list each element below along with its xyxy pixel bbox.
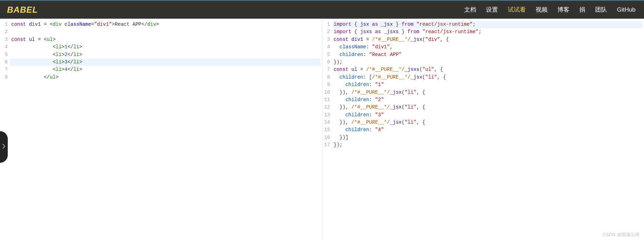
code-token: "React APP" <box>369 52 402 57</box>
code-token: ul <box>50 74 56 80</box>
code-token <box>334 44 340 50</box>
input-line[interactable]: const div1 = <div className="div1">React… <box>11 21 321 28</box>
code-token: li <box>73 67 79 72</box>
code-token: div1 <box>29 21 41 27</box>
input-line[interactable]: <li>4</li> <box>11 66 321 73</box>
code-token: ; <box>473 21 475 27</box>
code-token: { <box>437 67 443 72</box>
code-token: "li" <box>405 104 417 110</box>
code-token: })] <box>334 135 348 140</box>
output-line[interactable]: const ul = /*#__PURE__*/_jsxs("ul", { <box>334 66 643 73</box>
code-token <box>419 29 422 35</box>
code-token: import <box>334 29 351 35</box>
input-line[interactable]: <li>1</li> <box>11 43 321 51</box>
code-token: "react/jsx-runtime" <box>422 29 479 35</box>
code-token: /*#__PURE__*/ <box>372 37 410 42</box>
nav-link-7[interactable]: GitHub <box>617 7 636 13</box>
output-line[interactable]: const div1 = /*#__PURE__*/_jsx("div", { <box>334 36 643 43</box>
output-lineno: 9 <box>322 81 332 88</box>
input-editor[interactable]: 12345678 const div1 = <div className="di… <box>0 19 322 240</box>
output-editor[interactable]: 1234567891011121314151617 import { jsx a… <box>322 19 644 240</box>
input-lineno: 4 <box>0 43 10 51</box>
code-token <box>11 59 53 65</box>
code-token: from <box>402 21 413 27</box>
nav-link-2[interactable]: 试试看 <box>508 7 526 13</box>
output-line[interactable]: }), /*#__PURE__*/_jsx("li", { <box>334 89 643 96</box>
output-lineno: 7 <box>322 66 332 73</box>
output-line[interactable]: children: "2" <box>334 96 643 104</box>
input-line[interactable]: <li>3</li> <box>10 59 321 66</box>
code-token <box>372 82 375 87</box>
output-lineno: 6 <box>322 59 332 66</box>
nav-link-6[interactable]: 团队 <box>595 7 607 13</box>
code-token: const <box>334 37 348 42</box>
code-token: > <box>79 67 82 72</box>
code-token <box>334 52 340 57</box>
output-line[interactable]: children: "1" <box>334 81 643 88</box>
code-token: ul <box>29 37 35 42</box>
code-token: ; <box>479 29 481 35</box>
code-token: = <box>360 67 363 72</box>
code-token: { <box>351 21 360 27</box>
input-lineno: 6 <box>0 59 10 66</box>
csdn-watermark: CSDN @雨落云尚 <box>602 232 640 238</box>
input-lineno: 2 <box>0 28 10 36</box>
code-token: li <box>73 52 79 57</box>
output-line[interactable]: children: "4" <box>334 126 643 134</box>
input-code[interactable]: const div1 = <div className="div1">React… <box>10 19 322 83</box>
code-token: children <box>340 52 363 57</box>
input-line[interactable] <box>11 28 321 36</box>
code-token <box>334 112 346 118</box>
code-token: className <box>64 21 91 27</box>
code-token: _jsx <box>390 119 402 125</box>
nav-link-1[interactable]: 设置 <box>486 7 498 13</box>
output-line[interactable]: }); <box>334 59 643 66</box>
output-line[interactable]: })] <box>334 134 643 141</box>
code-token: div <box>147 21 156 27</box>
output-line[interactable]: className: "div1", <box>334 43 643 51</box>
code-token: < <box>53 44 56 50</box>
input-line[interactable]: <li>2</li> <box>11 51 321 59</box>
output-line[interactable]: }), /*#__PURE__*/_jsx("li", { <box>334 104 643 111</box>
code-token: : <box>369 82 372 87</box>
nav-link-5[interactable]: 捐 <box>579 7 585 13</box>
code-token: children <box>346 127 369 133</box>
code-token: { <box>351 29 360 35</box>
code-token: </ <box>68 59 74 65</box>
code-token <box>334 82 346 87</box>
code-token: const <box>11 21 26 27</box>
code-token: }); <box>334 142 342 148</box>
editors-split: 12345678 const div1 = <div className="di… <box>0 19 644 240</box>
code-token: </ <box>44 74 50 80</box>
code-token: "1" <box>375 82 384 87</box>
nav-link-3[interactable]: 视频 <box>536 7 548 13</box>
output-line[interactable]: import { jsx as _jsx } from "react/jsx-r… <box>332 21 643 28</box>
code-token: "2" <box>375 97 384 103</box>
output-line[interactable]: children: [/*#__PURE__*/_jsx("li", { <box>334 74 643 81</box>
output-line[interactable]: children: "3" <box>334 111 643 119</box>
nav-link-0[interactable]: 文档 <box>464 7 476 13</box>
code-token: li <box>56 67 62 72</box>
code-token: /*#__PURE__*/ <box>351 90 390 95</box>
header: BABEL 文档设置试试看视频博客捐团队GitHub <box>0 0 644 19</box>
input-line[interactable]: </ul> <box>11 74 321 81</box>
output-line[interactable]: }), /*#__PURE__*/_jsx("li", { <box>334 119 643 126</box>
sidebar-toggle-handle[interactable] <box>0 131 8 163</box>
code-token: , <box>437 74 440 80</box>
babel-logo[interactable]: BABEL <box>7 5 38 15</box>
code-token: "4" <box>375 127 384 133</box>
output-line[interactable]: children: "React APP" <box>334 51 643 59</box>
code-token: React APP <box>115 21 141 27</box>
output-lineno: 17 <box>322 141 332 149</box>
nav-link-4[interactable]: 博客 <box>557 7 569 13</box>
code-token: ul <box>47 37 53 42</box>
code-token: : <box>369 127 372 133</box>
output-line[interactable]: import { jsxs as _jsxs } from "react/jsx… <box>334 28 643 36</box>
code-token: li <box>73 59 79 65</box>
code-token: li <box>56 59 62 65</box>
code-token: className <box>340 44 366 50</box>
output-line[interactable]: }); <box>334 141 643 149</box>
code-token: "div1" <box>94 21 112 27</box>
input-line[interactable]: const ul = <ul> <box>11 36 321 43</box>
code-token: : <box>366 44 369 50</box>
